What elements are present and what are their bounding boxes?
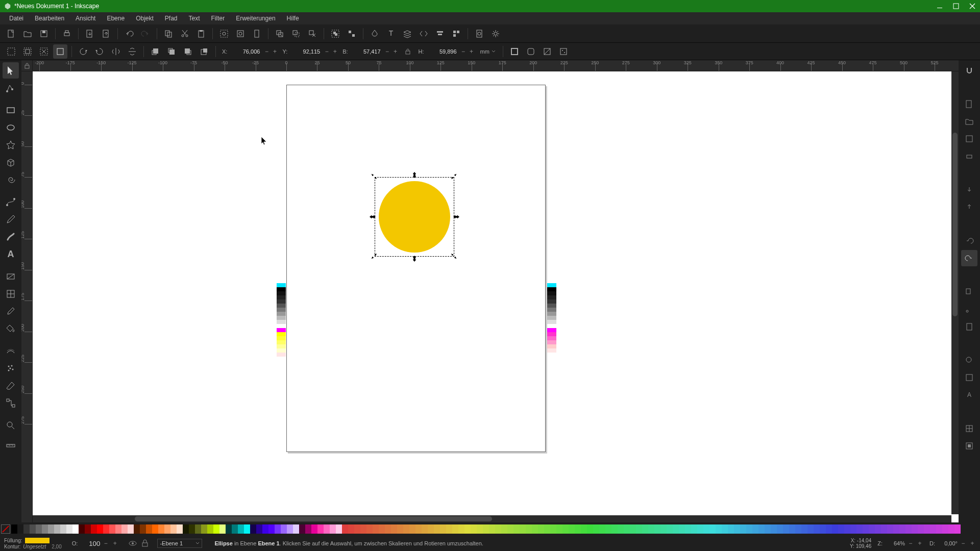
color-swatch[interactable] — [483, 524, 489, 534]
menu-ansicht[interactable]: Ansicht — [70, 13, 101, 23]
fill-swatch[interactable] — [25, 538, 50, 543]
color-swatch[interactable] — [213, 524, 219, 534]
color-swatch[interactable] — [36, 524, 42, 534]
color-swatch[interactable] — [599, 524, 605, 534]
scale-handle-e[interactable] — [453, 214, 459, 220]
color-swatch[interactable] — [501, 524, 507, 534]
color-swatch[interactable] — [72, 524, 79, 534]
copy-panel-button[interactable] — [961, 284, 977, 300]
color-swatch[interactable] — [581, 524, 587, 534]
color-swatch[interactable] — [177, 524, 183, 534]
ungroup-button[interactable] — [345, 27, 359, 41]
save-panel-button[interactable] — [961, 131, 977, 147]
rectangle-tool[interactable] — [3, 102, 19, 118]
color-swatch[interactable] — [324, 524, 330, 534]
color-swatch[interactable] — [856, 524, 863, 534]
duplicate-button[interactable] — [273, 27, 287, 41]
color-swatch[interactable] — [489, 524, 495, 534]
color-swatch[interactable] — [409, 524, 415, 534]
y-plus-button[interactable]: + — [331, 46, 338, 57]
color-swatch[interactable] — [538, 524, 544, 534]
color-swatch[interactable] — [189, 524, 195, 534]
menu-datei[interactable]: Datei — [4, 13, 29, 23]
raise-top-button[interactable] — [148, 44, 162, 59]
gradient-tool[interactable] — [3, 268, 19, 285]
selector-tool[interactable] — [3, 62, 19, 79]
connector-tool[interactable] — [3, 395, 19, 411]
h-input[interactable] — [427, 46, 459, 57]
color-swatch[interactable] — [471, 524, 477, 534]
move-patterns-button[interactable] — [556, 44, 571, 59]
color-swatch[interactable] — [618, 524, 624, 534]
color-swatch[interactable] — [250, 524, 256, 534]
minimize-button[interactable] — [936, 3, 943, 10]
color-swatch[interactable] — [844, 524, 850, 534]
color-swatch[interactable] — [526, 524, 532, 534]
import-panel-button[interactable] — [961, 182, 977, 198]
color-swatch[interactable] — [850, 524, 856, 534]
selectors-button[interactable] — [449, 27, 463, 41]
xml-editor-button[interactable] — [416, 27, 431, 41]
opacity-input[interactable] — [80, 540, 100, 547]
dropper-tool[interactable] — [3, 303, 19, 319]
color-swatch[interactable] — [85, 524, 91, 534]
color-swatch[interactable] — [238, 524, 244, 534]
color-swatch[interactable] — [881, 524, 887, 534]
scale-handle-n[interactable] — [411, 172, 418, 178]
color-swatch[interactable] — [311, 524, 317, 534]
w-input[interactable] — [351, 46, 383, 57]
color-swatch[interactable] — [434, 524, 440, 534]
zoom-drawing-button[interactable] — [233, 27, 248, 41]
fill-stroke-button[interactable] — [368, 27, 382, 41]
y-input[interactable] — [290, 46, 322, 57]
color-swatch[interactable] — [722, 524, 728, 534]
select-all-layers-button[interactable] — [4, 44, 18, 59]
group-button[interactable] — [328, 27, 342, 41]
color-swatch[interactable] — [232, 524, 238, 534]
color-swatch[interactable] — [636, 524, 642, 534]
zoom-page-button[interactable] — [250, 27, 264, 41]
scale-handle-ne[interactable] — [451, 173, 457, 179]
color-swatch[interactable] — [752, 524, 758, 534]
3d-box-tool[interactable] — [3, 154, 19, 170]
w-minus-button[interactable]: − — [384, 46, 391, 57]
open-button[interactable] — [20, 27, 35, 41]
color-swatch[interactable] — [667, 524, 673, 534]
scale-handle-nw[interactable] — [371, 173, 377, 179]
color-swatch[interactable] — [30, 524, 36, 534]
tweak-tool[interactable] — [3, 343, 19, 359]
scrollbar-thumb[interactable] — [135, 516, 492, 521]
undo-button[interactable] — [122, 27, 136, 41]
menu-pfad[interactable]: Pfad — [160, 13, 183, 23]
color-swatch[interactable] — [446, 524, 452, 534]
color-swatch[interactable] — [624, 524, 630, 534]
color-swatch[interactable] — [691, 524, 697, 534]
extra1-button[interactable] — [961, 420, 977, 437]
undo-panel-button[interactable] — [961, 233, 977, 249]
color-swatch[interactable] — [11, 524, 17, 534]
color-swatch[interactable] — [765, 524, 771, 534]
color-swatch[interactable] — [464, 524, 471, 534]
color-swatch[interactable] — [575, 524, 581, 534]
move-gradients-button[interactable] — [540, 44, 554, 59]
toggle-bbox-button[interactable] — [53, 44, 67, 59]
color-swatch[interactable] — [293, 524, 299, 534]
star-tool[interactable] — [3, 137, 19, 153]
color-swatch[interactable] — [348, 524, 354, 534]
color-swatch[interactable] — [924, 524, 930, 534]
stroke-value[interactable]: Ungesetzt — [23, 544, 46, 549]
import-button[interactable] — [83, 27, 97, 41]
color-swatch[interactable] — [838, 524, 844, 534]
measure-tool[interactable] — [3, 435, 19, 451]
color-swatch[interactable] — [103, 524, 109, 534]
color-swatch[interactable] — [556, 524, 562, 534]
color-swatch[interactable] — [287, 524, 293, 534]
zoom-panel-button[interactable] — [961, 352, 977, 368]
zoom-tool[interactable] — [3, 417, 19, 434]
spiral-tool[interactable] — [3, 171, 19, 188]
scale-handle-s[interactable] — [411, 256, 418, 262]
color-swatch[interactable] — [709, 524, 716, 534]
vertical-scrollbar[interactable] — [951, 71, 959, 514]
color-swatch[interactable] — [226, 524, 232, 534]
redo-button[interactable] — [138, 27, 153, 41]
